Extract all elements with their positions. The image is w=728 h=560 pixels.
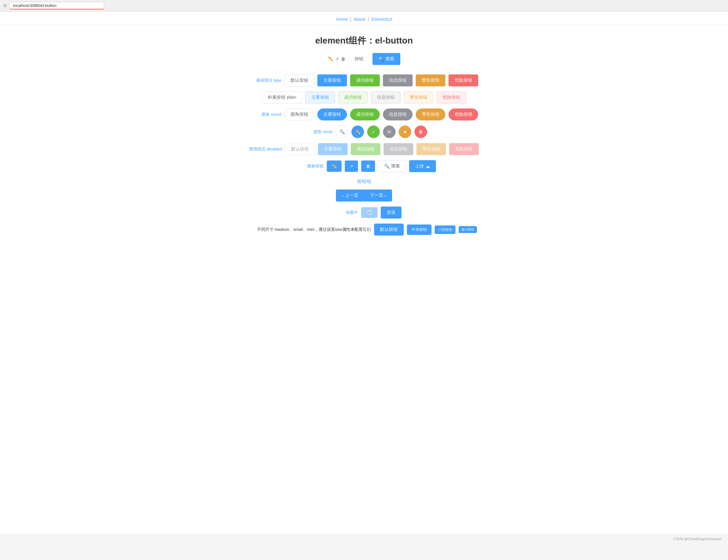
search-button[interactable]: 🔍 搜索 [373, 53, 400, 65]
btn-plain-primary[interactable]: 主要按钮 [305, 91, 335, 103]
edit-icon-btn: ✏️ [332, 164, 337, 169]
btn-size-default[interactable]: 默认按钮 [374, 224, 404, 236]
btn-icon-share[interactable]: ↗ [345, 161, 358, 172]
prev-icon: ‹ [342, 193, 343, 198]
icon-section: 图标按钮 ✏️ ↗ 🗑 🔍 搜索 上传 ☁ [0, 160, 728, 172]
btn-disabled-primary: 主要按钮 [318, 143, 348, 155]
btn-plain-success[interactable]: 成功按钮 [338, 91, 368, 103]
circle-label: 圆形 circle [301, 129, 332, 135]
btn-disabled-danger: 危险按钮 [449, 143, 479, 155]
loading-label: 加载中 [326, 210, 358, 215]
size-section: 不同尺寸 medium、small、mini，通过设置size属性来配置它们 默… [0, 224, 728, 236]
btn-round-success[interactable]: 成功按钮 [350, 109, 380, 121]
btn-warning[interactable]: 警告按钮 [416, 74, 445, 86]
btn-round-primary[interactable]: 主要按钮 [317, 109, 347, 121]
btn-next[interactable]: 下一页 › [364, 190, 392, 202]
loading-spinner [367, 210, 372, 215]
edit-circle-icon: ✏️ [355, 129, 361, 134]
btn-loading [361, 207, 378, 218]
group-title: 按钮组 [0, 179, 728, 185]
btn-default[interactable]: 默认按钮 [285, 74, 314, 86]
star-circle-icon: ★ [403, 129, 407, 134]
btn-size-small[interactable]: 小型按钮 [435, 226, 455, 234]
address-bar[interactable]: localhost:8080/el-button [9, 2, 104, 9]
btn-icon-delete[interactable]: 🗑 [361, 161, 375, 172]
btn-circle-success[interactable]: ✓ [367, 126, 380, 138]
btn-size-medium[interactable]: 中等按钮 [407, 225, 432, 235]
btn-size-mini[interactable]: 超小按钮 [459, 226, 477, 233]
page-title: element组件：el-button [0, 25, 728, 53]
btn-disabled-warning: 警告按钮 [416, 143, 446, 155]
btn-circle-danger[interactable]: 🗑 [414, 126, 427, 138]
upload-icon-btn: ☁ [426, 164, 430, 169]
btn-circle-warning[interactable]: ★ [399, 126, 411, 138]
btn-prev[interactable]: ‹ 上一页 [336, 190, 364, 202]
btn-info[interactable]: 信息按钮 [383, 74, 413, 86]
nav-sep2: | [368, 17, 369, 22]
btn-round-warning[interactable]: 警告按钮 [416, 109, 445, 121]
icon-group: ✏️ ↗ 🗑 [328, 56, 345, 62]
size-label: 不同尺寸 medium、small、mini，通过设置size属性来配置它们 [251, 227, 371, 233]
btn-icon-upload[interactable]: 上传 ☁ [409, 160, 436, 172]
basic-label: 基础用法 type [250, 78, 281, 83]
btn-round-danger[interactable]: 危险按钮 [449, 109, 478, 121]
nav-elementui[interactable]: ElementUI [371, 17, 392, 22]
icon-label: 图标按钮 [292, 163, 324, 169]
btn-round-default[interactable]: 圆角按钮 [285, 109, 314, 121]
browser-dot [3, 4, 7, 8]
btn-disabled-default: 默认按钮 [285, 143, 315, 155]
share-icon-btn: ↗ [349, 164, 353, 169]
delete-icon-btn: 🗑 [366, 164, 370, 169]
btn-disabled-info: 信息按钮 [384, 143, 413, 155]
round-label: 圆角 round [250, 112, 281, 117]
search-icon-btn: 🔍 [384, 164, 390, 169]
disabled-section: 禁用状态 disabled 默认按钮 主要按钮 成功按钮 信息按钮 警告按钮 危… [0, 143, 728, 155]
round-section: 圆角 round 圆角按钮 主要按钮 成功按钮 信息按钮 警告按钮 危险按钮 [0, 109, 728, 121]
watermark: CSDN @ChinaDragonDreamer [0, 534, 728, 544]
mail-circle-icon: ✉ [387, 129, 391, 134]
btn-send[interactable]: 发送 [381, 207, 402, 219]
btn-icon-search[interactable]: 🔍 搜索 [378, 160, 406, 172]
trash-circle-icon: 🗑 [419, 129, 423, 134]
check-circle-icon: ✓ [372, 129, 375, 134]
next-icon: › [385, 193, 386, 198]
btn-plain-default[interactable]: 朴素按钮 plain [262, 91, 302, 103]
plain-section: 朴素按钮 plain 主要按钮 成功按钮 信息按钮 警告按钮 危险按钮 [0, 91, 728, 103]
search-circle-icon: 🔍 [339, 129, 345, 134]
basic-section: 基础用法 type 默认按钮 主要按钮 成功按钮 信息按钮 警告按钮 危险按钮 [0, 74, 728, 86]
btn-group-pagination: ‹ 上一页 下一页 › [336, 190, 392, 202]
btn-plain-warning[interactable]: 警告按钮 [404, 91, 433, 103]
search-icon: 🔍 [379, 56, 384, 62]
nav: Home | About | ElementUI [0, 12, 728, 25]
btn-plain-danger[interactable]: 危险按钮 [437, 91, 466, 103]
page-content: Home | About | ElementUI element组件：el-bu… [0, 12, 728, 534]
group-section: ‹ 上一页 下一页 › [0, 190, 728, 202]
circle-section: 圆形 circle 🔍 ✏️ ✓ ✉ ★ 🗑 [0, 126, 728, 138]
btn-circle-default[interactable]: 🔍 [336, 126, 348, 138]
search-area: ✏️ ↗ 🗑 按钮 🔍 搜索 [0, 53, 728, 65]
btn-success[interactable]: 成功按钮 [350, 74, 380, 86]
btn-plain-info[interactable]: 信息按钮 [371, 91, 401, 103]
btn-circle-info[interactable]: ✉ [383, 126, 396, 138]
edit-icon: ✏️ [328, 56, 333, 62]
nav-sep1: | [350, 17, 352, 22]
btn-circle-primary[interactable]: ✏️ [351, 126, 364, 138]
disabled-label: 禁用状态 disabled [249, 146, 282, 152]
btn-icon-edit[interactable]: ✏️ [327, 161, 342, 172]
nav-home[interactable]: Home [336, 17, 348, 22]
label-button[interactable]: 按钮 [349, 53, 369, 65]
browser-chrome: localhost:8080/el-button [0, 0, 728, 12]
btn-danger[interactable]: 危险按钮 [449, 74, 478, 86]
btn-disabled-success: 成功按钮 [351, 143, 380, 155]
btn-primary[interactable]: 主要按钮 [317, 74, 347, 86]
delete-icon: 🗑 [341, 56, 345, 62]
share-icon: ↗ [335, 56, 339, 62]
nav-about[interactable]: About [354, 17, 365, 22]
loading-section: 加载中 发送 [0, 207, 728, 219]
btn-round-info[interactable]: 信息按钮 [383, 109, 413, 121]
